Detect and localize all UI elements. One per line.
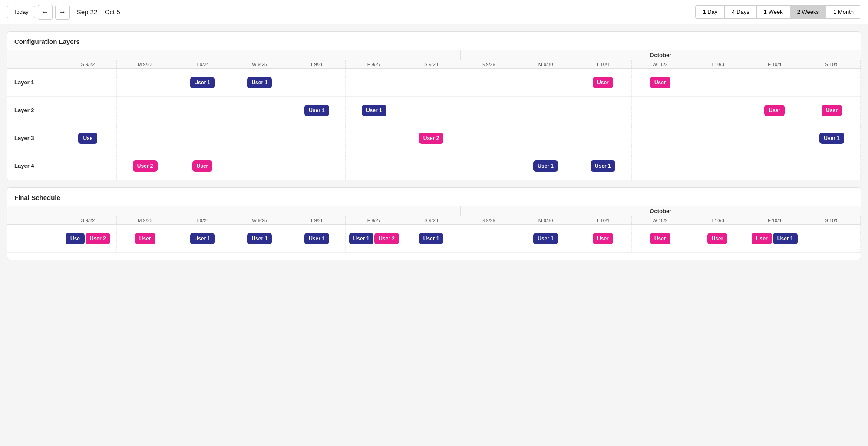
final-chip-navy-c5-0[interactable]: User 1 xyxy=(349,233,374,244)
cell-r0-c10: User xyxy=(632,69,689,97)
view-2weeks[interactable]: 2 Weeks xyxy=(790,6,826,18)
today-button[interactable]: Today xyxy=(7,6,35,18)
prev-button[interactable]: ← xyxy=(38,5,53,20)
day-header-9: T 10/1 xyxy=(574,60,632,69)
cell-r2-c2 xyxy=(174,124,231,152)
view-1day[interactable]: 1 Day xyxy=(696,6,725,18)
final-chip-pink-c1-0[interactable]: User xyxy=(135,233,155,244)
chip-navy-r3-c9[interactable]: User 1 xyxy=(591,160,615,172)
chip-pink-r0-c9[interactable]: User xyxy=(593,77,613,88)
view-1month[interactable]: 1 Month xyxy=(826,6,861,18)
chip-navy-r2-c0[interactable]: Use xyxy=(78,133,97,144)
final-cell-1: User xyxy=(117,225,174,253)
final-cell-4: User 1 xyxy=(288,225,346,253)
chip-navy-r1-c4[interactable]: User 1 xyxy=(304,105,329,116)
chip-pink-r2-c6[interactable]: User 2 xyxy=(419,133,444,144)
view-switcher: 1 Day 4 Days 1 Week 2 Weeks 1 Month xyxy=(695,5,861,19)
day-header-8: M 9/30 xyxy=(517,60,574,69)
chip-pink-r3-c1[interactable]: User 2 xyxy=(133,160,158,172)
final-month-empty xyxy=(7,206,59,216)
cell-r1-c4: User 1 xyxy=(288,97,346,124)
cell-r1-c11 xyxy=(689,97,746,124)
cell-r0-c2: User 1 xyxy=(174,69,231,97)
final-chip-navy-c0-0[interactable]: Use xyxy=(66,233,85,244)
day-header-11: T 10/3 xyxy=(689,60,746,69)
chip-navy-r1-c5[interactable]: User 1 xyxy=(362,105,386,116)
header-left: Today ← → Sep 22 – Oct 5 xyxy=(7,5,692,20)
final-chip-navy-c6-0[interactable]: User 1 xyxy=(419,233,444,244)
final-cell-13 xyxy=(803,225,861,253)
chip-navy-r0-c3[interactable]: User 1 xyxy=(247,77,272,88)
cell-r1-c5: User 1 xyxy=(346,97,403,124)
final-october-header: October xyxy=(460,206,861,216)
chip-navy-r3-c8[interactable]: User 1 xyxy=(533,160,558,172)
final-cell-6: User 1 xyxy=(403,225,460,253)
main-content: Configuration Layers OctoberS 9/22M 9/23… xyxy=(0,24,868,267)
cell-r1-c9 xyxy=(574,97,632,124)
day-header-0: S 9/22 xyxy=(59,60,117,69)
chip-navy-r2-c13[interactable]: User 1 xyxy=(819,133,844,144)
cell-r3-c11 xyxy=(689,152,746,180)
final-chip-pink-c9-0[interactable]: User xyxy=(593,233,613,244)
final-chip-pink-c11-0[interactable]: User xyxy=(707,233,728,244)
september-header xyxy=(59,50,460,60)
final-chip-pink-c0-1[interactable]: User 2 xyxy=(86,233,110,244)
final-cell-5: User 1User 2 xyxy=(346,225,403,253)
chip-pink-r1-c13[interactable]: User xyxy=(822,105,842,116)
final-section: Final Schedule OctoberS 9/22M 9/23T 9/24… xyxy=(7,187,861,260)
cell-r3-c4 xyxy=(288,152,346,180)
row-label-0: Layer 1 xyxy=(7,69,59,97)
cell-r3-c2: User xyxy=(174,152,231,180)
cell-r3-c5 xyxy=(346,152,403,180)
final-cell-0: UseUser 2 xyxy=(59,225,117,253)
final-cell-10: User xyxy=(632,225,689,253)
final-day-header-8: M 9/30 xyxy=(517,216,574,225)
chip-navy-r0-c2[interactable]: User 1 xyxy=(190,77,215,88)
final-chip-navy-c3-0[interactable]: User 1 xyxy=(247,233,272,244)
cell-r0-c13 xyxy=(803,69,861,97)
final-day-header-12: F 10/4 xyxy=(746,216,803,225)
cell-r0-c9: User xyxy=(574,69,632,97)
final-chip-navy-c4-0[interactable]: User 1 xyxy=(304,233,329,244)
final-cell-8: User 1 xyxy=(517,225,574,253)
chip-pink-r3-c2[interactable]: User xyxy=(192,160,213,172)
day-header-12: F 10/4 xyxy=(746,60,803,69)
final-bottom-spacer xyxy=(7,253,861,260)
cell-r3-c7 xyxy=(460,152,518,180)
final-chip-navy-c2-0[interactable]: User 1 xyxy=(190,233,215,244)
final-cell-2: User 1 xyxy=(174,225,231,253)
cell-r3-c10 xyxy=(632,152,689,180)
cell-r3-c3 xyxy=(231,152,288,180)
final-chip-navy-c12-1[interactable]: User 1 xyxy=(773,233,798,244)
final-chip-pink-c5-1[interactable]: User 2 xyxy=(374,233,399,244)
final-chip-navy-c8-0[interactable]: User 1 xyxy=(533,233,558,244)
final-day-header-10: W 10/2 xyxy=(632,216,689,225)
chip-pink-r0-c10[interactable]: User xyxy=(650,77,670,88)
chip-pink-r1-c12[interactable]: User xyxy=(764,105,785,116)
cell-r3-c13 xyxy=(803,152,861,180)
cell-r3-c0 xyxy=(59,152,117,180)
final-cell-12: UserUser 1 xyxy=(746,225,803,253)
cell-r3-c8: User 1 xyxy=(517,152,574,180)
view-1week[interactable]: 1 Week xyxy=(757,6,790,18)
final-chip-pink-c10-0[interactable]: User xyxy=(650,233,670,244)
final-day-header-11: T 10/3 xyxy=(689,216,746,225)
cell-r2-c13: User 1 xyxy=(803,124,861,152)
next-button[interactable]: → xyxy=(55,5,70,20)
final-chip-pink-c12-0[interactable]: User xyxy=(752,233,772,244)
final-day-header-3: W 9/25 xyxy=(231,216,288,225)
cell-r3-c12 xyxy=(746,152,803,180)
cell-r0-c5 xyxy=(346,69,403,97)
cell-r1-c1 xyxy=(117,97,174,124)
cell-r1-c6 xyxy=(403,97,460,124)
day-header-2: T 9/24 xyxy=(174,60,231,69)
cell-r0-c3: User 1 xyxy=(231,69,288,97)
view-4days[interactable]: 4 Days xyxy=(725,6,756,18)
cell-r0-c8 xyxy=(517,69,574,97)
row-label-1: Layer 2 xyxy=(7,97,59,124)
final-grid: OctoberS 9/22M 9/23T 9/24W 9/25T 9/26F 9… xyxy=(7,206,861,260)
final-day-header-5: F 9/27 xyxy=(346,216,403,225)
day-label-empty xyxy=(7,60,59,69)
cell-r2-c7 xyxy=(460,124,518,152)
final-day-header-13: S 10/5 xyxy=(803,216,861,225)
